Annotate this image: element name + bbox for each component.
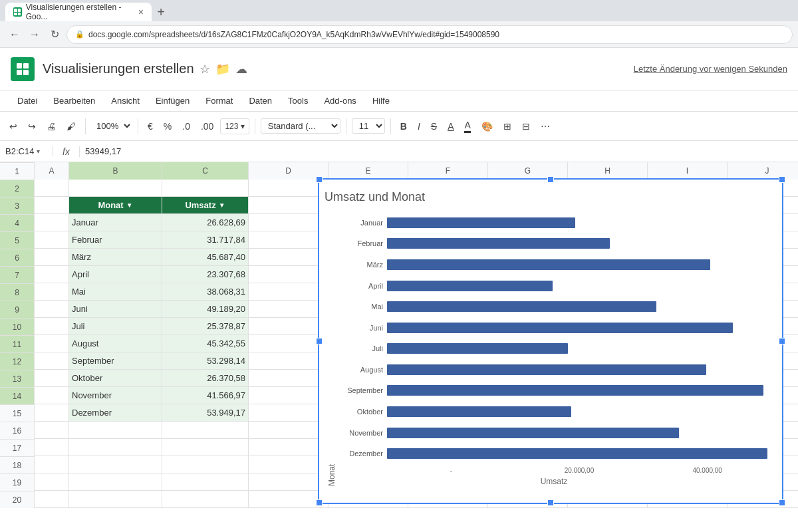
cloud-icon[interactable]: ☁	[235, 62, 247, 76]
cell-15-C[interactable]	[162, 422, 249, 439]
menu-daten[interactable]: Daten	[242, 93, 279, 108]
row-header-10[interactable]: 10	[0, 319, 35, 336]
star-icon[interactable]: ☆	[200, 62, 210, 76]
cell-11-C[interactable]: 53.298,14	[162, 352, 249, 370]
col-header-G[interactable]: G	[488, 162, 568, 180]
row-header-13[interactable]: 13	[0, 370, 35, 388]
row-header-8[interactable]: 8	[0, 284, 35, 301]
cell-4-B[interactable]: Februar	[69, 231, 162, 249]
reload-button[interactable]: ↻	[45, 25, 64, 44]
cell-2-D[interactable]	[249, 197, 329, 214]
cell-8-C[interactable]: 49.189,20	[162, 301, 249, 318]
cell-9-A[interactable]	[35, 318, 69, 335]
cell-12-C[interactable]: 26.370,58	[162, 370, 249, 387]
row-header-6[interactable]: 6	[0, 249, 35, 267]
italic-button[interactable]: I	[414, 118, 424, 134]
cell-14-A[interactable]	[35, 404, 69, 422]
fill-color-button[interactable]: 🎨	[477, 118, 497, 134]
cell-2-A[interactable]	[35, 197, 69, 214]
cell-3-D[interactable]	[249, 214, 329, 231]
col-header-E[interactable]: E	[329, 162, 408, 180]
row-header-20[interactable]: 20	[0, 491, 35, 508]
menu-format[interactable]: Format	[199, 93, 239, 108]
menu-hilfe[interactable]: Hilfe	[366, 93, 396, 108]
row-header-16[interactable]: 16	[0, 422, 35, 440]
borders-button[interactable]: ⊞	[499, 118, 515, 134]
cell-6-B[interactable]: April	[69, 266, 162, 283]
cell-10-C[interactable]: 45.342,55	[162, 335, 249, 352]
cell-17-B[interactable]	[69, 456, 162, 473]
cell-2-C[interactable]: Umsatz▼	[162, 197, 249, 214]
cell-15-B[interactable]	[69, 422, 162, 439]
menu-ansicht[interactable]: Ansicht	[104, 93, 146, 108]
cell-7-D[interactable]	[249, 283, 329, 301]
cell-4-A[interactable]	[35, 231, 69, 249]
chart-handle-tr[interactable]	[779, 176, 785, 183]
row-header-11[interactable]: 11	[0, 336, 35, 353]
more-button[interactable]: ⋯	[537, 118, 554, 134]
cell-4-D[interactable]	[249, 231, 329, 249]
font-size-selector[interactable]: 11	[352, 118, 385, 134]
percent-button[interactable]: %	[160, 118, 176, 134]
cell-15-A[interactable]	[35, 422, 69, 439]
more-formats-button[interactable]: 123 ▾	[220, 118, 249, 134]
chart-handle-bl[interactable]	[316, 499, 323, 506]
cell-16-C[interactable]	[162, 439, 249, 456]
cell-5-B[interactable]: März	[69, 249, 162, 266]
chart-handle-ml[interactable]	[316, 338, 323, 344]
merge-button[interactable]: ⊟	[518, 118, 534, 134]
document-title[interactable]: Visualisierungen erstellen	[43, 61, 194, 76]
cell-13-C[interactable]: 41.566,97	[162, 387, 249, 404]
cell-16-D[interactable]	[249, 439, 329, 456]
cell-9-C[interactable]: 25.378,87	[162, 318, 249, 335]
cell-9-B[interactable]: Juli	[69, 318, 162, 335]
cell-16-A[interactable]	[35, 439, 69, 456]
cell-12-A[interactable]	[35, 370, 69, 387]
cell-6-D[interactable]	[249, 266, 329, 283]
formula-content[interactable]: 53949,17	[80, 146, 798, 156]
cell-7-C[interactable]: 38.068,31	[162, 283, 249, 301]
menu-einfuegen[interactable]: Einfügen	[149, 93, 196, 108]
row-header-4[interactable]: 4	[0, 215, 35, 232]
col-header-F[interactable]: F	[408, 162, 488, 180]
cell-7-B[interactable]: Mai	[69, 283, 162, 301]
back-button[interactable]: ←	[5, 25, 24, 44]
row-header-19[interactable]: 19	[0, 474, 35, 491]
currency-button[interactable]: €	[144, 118, 157, 134]
row-header-2[interactable]: 2	[0, 180, 35, 198]
folder-icon[interactable]: 📁	[215, 62, 230, 76]
cell-13-A[interactable]	[35, 387, 69, 404]
cell-13-D[interactable]	[249, 387, 329, 404]
chart-container[interactable]: Umsatz und Monat Monat JanuarFebruarMärz…	[318, 178, 783, 504]
cell-2-B[interactable]: Monat▼	[69, 197, 162, 214]
cell-11-B[interactable]: September	[69, 352, 162, 370]
cell-18-C[interactable]	[162, 473, 249, 491]
cell-14-C[interactable]: 53.949,17	[162, 404, 249, 422]
col-header-J[interactable]: J	[728, 162, 798, 180]
cell-3-B[interactable]: Januar	[69, 214, 162, 231]
row-header-15[interactable]: 15	[0, 405, 35, 422]
strikethrough-button[interactable]: S	[427, 118, 441, 134]
decimal0-button[interactable]: .0	[178, 118, 194, 134]
cell-5-C[interactable]: 45.687,40	[162, 249, 249, 266]
cell-18-B[interactable]	[69, 473, 162, 491]
cell-12-B[interactable]: Oktober	[69, 370, 162, 387]
cell-12-D[interactable]	[249, 370, 329, 387]
bold-button[interactable]: B	[396, 118, 411, 134]
menu-datei[interactable]: Datei	[11, 93, 44, 108]
cell-reference[interactable]: B2:C14 ▾	[0, 146, 53, 156]
cell-18-A[interactable]	[35, 473, 69, 491]
cell-1-C[interactable]	[162, 180, 249, 197]
row-header-12[interactable]: 12	[0, 353, 35, 370]
cell-1-A[interactable]	[35, 180, 69, 197]
address-bar[interactable]: 🔒 docs.google.com/spreadsheets/d/16sZAG8…	[66, 25, 793, 44]
cell-17-D[interactable]	[249, 456, 329, 473]
col-header-A[interactable]: A	[35, 162, 69, 180]
row-header-17[interactable]: 17	[0, 440, 35, 457]
cell-19-A[interactable]	[35, 491, 69, 508]
cell-11-A[interactable]	[35, 352, 69, 370]
row-header-1[interactable]: 1	[0, 163, 35, 180]
row-header-3[interactable]: 3	[0, 198, 35, 215]
redo-button[interactable]: ↪	[24, 118, 40, 134]
menu-bearbeiten[interactable]: Bearbeiten	[47, 93, 102, 108]
